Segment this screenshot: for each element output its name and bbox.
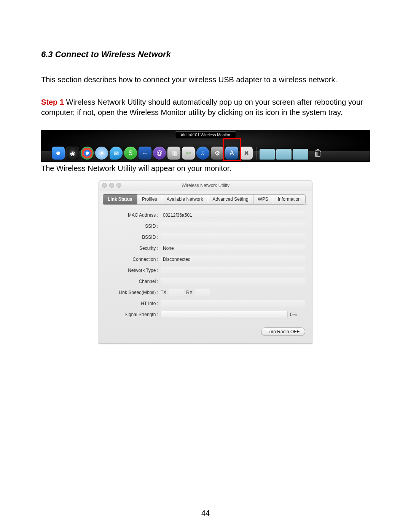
ht-info-value	[161, 300, 305, 307]
connection-label: Connection :	[106, 257, 161, 262]
teamviewer-icon[interactable]: ↔	[139, 147, 151, 160]
signal-strength-value: 0%	[288, 312, 305, 317]
page-number: 44	[0, 509, 411, 518]
tab-profiles[interactable]: Profiles	[137, 194, 162, 204]
minimize-icon[interactable]	[109, 183, 114, 188]
channel-label: Channel :	[106, 279, 161, 284]
link-speed-label: Link Speed(Mbps) :	[106, 290, 161, 295]
network-type-value	[161, 267, 305, 274]
utility-window: Wireless Network Utility Link Status Pro…	[99, 181, 312, 344]
security-value: None	[161, 244, 305, 252]
bssid-label: BSSID :	[106, 235, 161, 240]
bssid-value	[161, 233, 305, 241]
mail-icon[interactable]: @	[153, 147, 166, 160]
safari-icon[interactable]: ✦	[95, 147, 108, 160]
skype-icon[interactable]: S	[124, 147, 137, 160]
signal-strength-bar	[161, 311, 288, 318]
caption-after-dock: The Wireless Network Utility will appear…	[41, 163, 370, 174]
dock-folder-2[interactable]	[276, 149, 292, 160]
mac-address-label: MAC Address :	[106, 212, 161, 218]
intro-text: This section describes how to connect yo…	[41, 75, 370, 85]
tab-information[interactable]: Information	[273, 194, 306, 204]
rx-value	[195, 289, 210, 296]
tx-label: TX	[161, 290, 166, 295]
dock-folder-1[interactable]	[260, 149, 275, 160]
ichat-icon[interactable]: ✉	[110, 147, 123, 160]
step-1-body: Wireless Network Utility should automati…	[41, 98, 363, 117]
dock-tooltip: AirLink101 Wireless Monitor	[175, 131, 236, 138]
tab-available-network[interactable]: Available Network	[162, 194, 208, 204]
grab-icon[interactable]: ✂	[182, 147, 195, 160]
dock-figure: AirLink101 Wireless Monitor ☻ ◉ ✦ ✉ S ↔ …	[41, 130, 370, 162]
trash-icon[interactable]: 🗑	[312, 147, 324, 160]
step-1-text: Step 1 Wireless Network Utility should a…	[41, 97, 370, 118]
mac-address-value: 00212f36a501	[161, 211, 305, 219]
rx-label: RX	[186, 290, 193, 295]
tab-wps[interactable]: WPS	[253, 194, 273, 204]
signal-strength-label: Signal Strength :	[106, 312, 161, 317]
section-heading: 6.3 Connect to Wireless Network	[41, 50, 370, 59]
tab-advanced-setting[interactable]: Advanced Setting	[208, 194, 253, 204]
highlight-box	[223, 138, 241, 161]
chrome-icon[interactable]	[81, 147, 94, 160]
connection-value: Disconnected	[161, 256, 305, 263]
ht-info-label: HT Info :	[106, 301, 161, 306]
utilities-icon[interactable]: ✖	[240, 147, 253, 160]
finder-icon[interactable]: ☻	[52, 147, 65, 160]
dashboard-icon[interactable]: ◉	[66, 147, 79, 160]
systempreferences-icon[interactable]: ⚙	[211, 147, 224, 160]
itunes-icon[interactable]: ♫	[196, 147, 209, 160]
channel-value	[161, 278, 305, 285]
ssid-value	[161, 222, 305, 230]
tx-value	[169, 289, 184, 296]
ssid-label: SSID :	[106, 224, 161, 229]
close-icon[interactable]	[102, 183, 107, 188]
step-1-label: Step 1	[41, 98, 64, 106]
utility-title: Wireless Network Utility	[182, 183, 229, 188]
zoom-icon[interactable]	[116, 183, 121, 188]
utility-tabs: Link Status Profiles Available Network A…	[99, 190, 312, 204]
tab-link-status[interactable]: Link Status	[103, 194, 137, 204]
dock-divider	[256, 147, 256, 160]
network-type-label: Network Type :	[106, 268, 161, 273]
preview-icon[interactable]: ▥	[167, 147, 180, 160]
security-label: Security :	[106, 246, 161, 251]
dock-folder-3[interactable]	[293, 149, 308, 160]
turn-radio-off-button[interactable]: Turn Radio OFF	[261, 328, 305, 336]
utility-titlebar: Wireless Network Utility	[99, 181, 312, 190]
